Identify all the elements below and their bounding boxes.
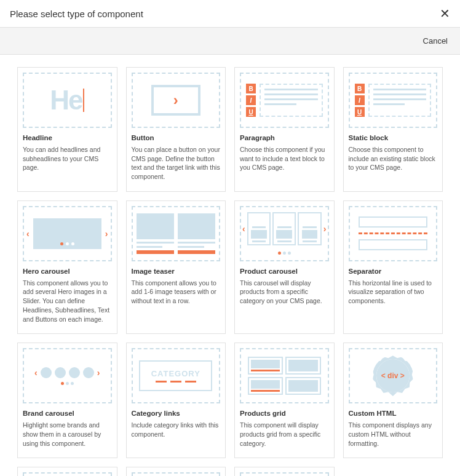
chevron-left-icon: ‹	[34, 368, 38, 378]
chevron-right-icon: ›	[105, 229, 108, 239]
brand-carousel-illustration: ‹ ›	[23, 348, 112, 403]
headline-illustration: He	[23, 73, 112, 128]
component-card-image-teaser[interactable]: Image teaser This component allows you t…	[126, 200, 226, 334]
product-carousel-illustration: ‹ ›	[240, 206, 329, 261]
component-card-paragraph[interactable]: B I U Paragraph Choose this component if…	[234, 67, 335, 192]
component-card-cms-pages-teaser[interactable]: CMS Pages Teaser This component lists CM…	[17, 467, 117, 476]
card-desc: Include category links with this compone…	[132, 421, 221, 438]
chevron-right-icon: ›	[173, 92, 178, 109]
component-card-separator[interactable]: Separator This horizontal line is used t…	[343, 200, 443, 334]
component-card-product-finder[interactable]: ?✓ ? ? ⌕ Product Finder Product Finder.	[126, 467, 226, 476]
category-links-illustration: CATEGORY	[132, 348, 221, 403]
close-button[interactable]: ✕	[440, 6, 450, 21]
component-card-static-block[interactable]: B I U Static block Choose this component…	[343, 67, 443, 192]
card-desc: This component allows you to add 1-6 ima…	[132, 279, 221, 306]
card-desc: Choose this component if you want to inc…	[240, 145, 329, 172]
card-desc: This component will display products gri…	[240, 421, 329, 448]
card-title: Separator	[349, 268, 438, 275]
card-title: Static block	[349, 134, 438, 141]
card-title: Button	[132, 134, 221, 141]
button-illustration: ›	[132, 73, 221, 128]
cancel-button[interactable]: Cancel	[423, 36, 448, 46]
chevron-left-icon: ‹	[242, 224, 245, 234]
component-card-hero-carousel[interactable]: ‹ › Hero carousel This component allows …	[17, 200, 117, 334]
card-title: Category links	[132, 410, 221, 417]
card-title: Headline	[23, 134, 112, 141]
cursor-icon	[83, 89, 84, 112]
card-desc: This carousel will display products from…	[240, 279, 329, 306]
component-card-headline[interactable]: He Headline You can add headlines and su…	[17, 67, 117, 192]
component-grid: He Headline You can add headlines and su…	[0, 55, 460, 476]
dialog-title: Please select type of component	[10, 9, 143, 19]
card-desc: You can add headlines and subheadlines t…	[23, 145, 112, 172]
card-desc: You can place a button on your CMS page.…	[132, 145, 221, 181]
card-title: Paragraph	[240, 134, 329, 141]
component-card-button[interactable]: › Button You can place a button on your …	[126, 67, 226, 192]
card-desc: Highlight some brands and show them in a…	[23, 421, 112, 448]
component-card-category-links[interactable]: CATEGORY Category links Include category…	[126, 343, 226, 458]
static-block-illustration: B I U	[349, 73, 438, 128]
component-card-daily-deal-teaser[interactable]: Daily Deal Teaser Daily Deal Teaser.	[234, 467, 335, 476]
paragraph-illustration: B I U	[240, 73, 329, 128]
hero-carousel-illustration: ‹ ›	[23, 206, 112, 261]
cms-pages-teaser-illustration	[23, 472, 112, 476]
component-card-brand-carousel[interactable]: ‹ › Brand carousel Highlight some brands…	[17, 343, 117, 458]
card-title: Brand carousel	[23, 410, 112, 417]
card-desc: Choose this component to include an exis…	[349, 145, 438, 172]
component-card-products-grid[interactable]: Products grid This component will displa…	[234, 343, 335, 458]
close-icon: ✕	[440, 7, 450, 20]
separator-illustration	[349, 206, 438, 261]
products-grid-illustration	[240, 348, 329, 403]
chevron-left-icon: ‹	[26, 229, 30, 239]
image-teaser-illustration	[132, 206, 221, 261]
card-desc: This component displays any custom HTML …	[349, 421, 438, 448]
component-card-custom-html[interactable]: < div > Custom HTML This component displ…	[343, 343, 443, 458]
chevron-right-icon: ›	[97, 368, 100, 378]
daily-deal-teaser-illustration	[240, 472, 329, 476]
product-finder-illustration: ?✓ ? ? ⌕	[132, 472, 221, 476]
card-title: Products grid	[240, 410, 329, 417]
custom-html-illustration: < div >	[349, 348, 438, 403]
card-title: Hero carousel	[23, 268, 112, 275]
component-card-product-carousel[interactable]: ‹ › Product carousel This carousel will …	[234, 200, 335, 334]
card-title: Custom HTML	[349, 410, 438, 417]
card-desc: This component allows you to add several…	[23, 279, 112, 323]
chevron-right-icon: ›	[323, 224, 327, 234]
dialog-header: Please select type of component ✕	[0, 0, 460, 28]
card-title: Product carousel	[240, 268, 329, 275]
card-desc: This horizontal line is used to visualiz…	[349, 279, 438, 306]
action-bar: Cancel	[0, 28, 460, 55]
card-title: Image teaser	[132, 268, 221, 275]
